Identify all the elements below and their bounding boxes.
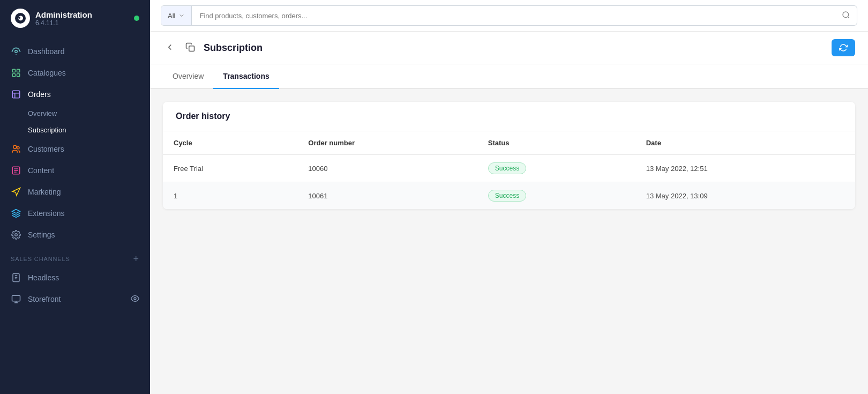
sidebar-sub-subscription-label: Subscription [28, 126, 66, 134]
svg-point-11 [15, 234, 18, 236]
cell-order-number: 10061 [297, 182, 477, 210]
order-history-card: Order history Cycle Order number Status … [163, 102, 855, 209]
sidebar-sub-overview[interactable]: Overview [0, 105, 150, 122]
customers-icon [11, 144, 21, 154]
sales-channels-label: Sales Channels [11, 256, 70, 262]
page-title: Subscription [204, 42, 263, 54]
svg-rect-4 [17, 69, 20, 72]
back-button[interactable] [163, 40, 177, 56]
col-date: Date [635, 131, 855, 155]
copy-button[interactable] [183, 40, 197, 56]
sidebar-item-headless[interactable]: Headless [0, 267, 150, 288]
table-header: Cycle Order number Status Date [163, 131, 855, 155]
copy-icon [185, 42, 195, 52]
app-logo [11, 9, 30, 28]
svg-point-2 [15, 50, 18, 53]
sidebar-label-catalogues: Catalogues [28, 69, 66, 77]
col-order-number: Order number [297, 131, 477, 155]
svg-point-8 [13, 145, 17, 148]
app-version: 6.4.11.1 [35, 19, 129, 27]
sidebar-label-customers: Customers [28, 145, 64, 153]
page-header: Subscription [150, 32, 868, 64]
svg-rect-6 [17, 74, 20, 77]
page-content: Subscription Overview Transactions Order… [150, 32, 868, 394]
sidebar-item-dashboard[interactable]: Dashboard [0, 41, 150, 62]
cell-cycle: Free Trial [163, 155, 297, 182]
cell-date: 13 May 2022, 13:09 [635, 182, 855, 210]
sidebar-label-marketing: Marketing [28, 188, 61, 196]
table-row[interactable]: 1 10061 Success 13 May 2022, 13:09 [163, 182, 855, 210]
catalogues-icon [11, 68, 21, 78]
app-title-block: Administration 6.4.11.1 [35, 10, 129, 27]
col-cycle: Cycle [163, 131, 297, 155]
col-status: Status [477, 131, 635, 155]
page-header-left: Subscription [163, 40, 263, 56]
svg-rect-7 [12, 91, 20, 98]
chevron-down-icon [178, 12, 185, 19]
cell-cycle: 1 [163, 182, 297, 210]
status-badge: Success [488, 190, 526, 202]
dashboard-icon [11, 46, 21, 57]
sales-channels-section: Sales Channels + [0, 246, 150, 267]
sidebar-item-content[interactable]: Content [0, 160, 150, 181]
sidebar-item-extensions[interactable]: Extensions [0, 203, 150, 224]
settings-icon [11, 229, 21, 240]
search-input[interactable] [192, 12, 835, 20]
tabs-bar: Overview Transactions [150, 64, 868, 89]
svg-point-13 [134, 298, 136, 300]
app-name: Administration [35, 10, 129, 19]
sidebar-label-dashboard: Dashboard [28, 47, 65, 56]
sidebar-item-settings[interactable]: Settings [0, 224, 150, 246]
sidebar: Administration 6.4.11.1 Dashboard Catalo… [0, 0, 150, 394]
storefront-icon [11, 294, 21, 304]
filter-label: All [168, 12, 175, 20]
refresh-icon [839, 43, 848, 52]
headless-icon [11, 272, 21, 283]
storefront-left: Storefront [11, 294, 61, 304]
main-content: All Subscription [150, 0, 868, 394]
extensions-icon [11, 208, 21, 219]
table-row[interactable]: Free Trial 10060 Success 13 May 2022, 12… [163, 155, 855, 182]
sidebar-label-extensions: Extensions [28, 209, 64, 218]
storefront-eye-icon[interactable] [131, 294, 139, 304]
svg-point-1 [18, 17, 20, 19]
svg-rect-3 [12, 69, 15, 72]
sidebar-label-headless: Headless [28, 273, 59, 282]
sidebar-label-content: Content [28, 166, 54, 175]
tab-overview[interactable]: Overview [163, 64, 213, 89]
table-body: Free Trial 10060 Success 13 May 2022, 12… [163, 155, 855, 210]
action-button[interactable] [832, 39, 855, 56]
cell-date: 13 May 2022, 12:51 [635, 155, 855, 182]
sidebar-sub-overview-label: Overview [28, 109, 57, 117]
back-icon [165, 42, 175, 52]
cell-status: Success [477, 182, 635, 210]
sidebar-item-marketing[interactable]: Marketing [0, 181, 150, 203]
sidebar-item-orders[interactable]: Orders [0, 84, 150, 105]
svg-rect-12 [12, 295, 20, 301]
cell-order-number: 10060 [297, 155, 477, 182]
order-history-title: Order history [163, 102, 855, 131]
marketing-icon [11, 187, 21, 197]
search-bar: All [161, 5, 857, 26]
sidebar-sub-subscription[interactable]: Subscription [0, 122, 150, 138]
tab-transactions[interactable]: Transactions [213, 64, 279, 89]
orders-icon [11, 89, 21, 100]
search-filter-button[interactable]: All [161, 5, 192, 26]
sidebar-item-customers[interactable]: Customers [0, 138, 150, 160]
status-badge: Success [488, 162, 526, 174]
search-submit-button[interactable] [835, 11, 857, 21]
sidebar-item-storefront[interactable]: Storefront [0, 288, 150, 310]
sidebar-nav: Dashboard Catalogues Orders Overview Sub… [0, 36, 150, 394]
sidebar-label-orders: Orders [28, 90, 51, 99]
topbar: All [150, 0, 868, 32]
sidebar-label-storefront: Storefront [28, 295, 61, 303]
sidebar-header: Administration 6.4.11.1 [0, 0, 150, 36]
svg-point-9 [17, 147, 20, 150]
svg-point-14 [843, 12, 849, 18]
add-sales-channel-button[interactable]: + [133, 254, 139, 264]
svg-rect-5 [12, 74, 15, 77]
sidebar-label-settings: Settings [28, 231, 55, 239]
sidebar-item-catalogues[interactable]: Catalogues [0, 62, 150, 84]
content-icon [11, 165, 21, 176]
order-history-table: Cycle Order number Status Date Free Tria… [163, 131, 855, 209]
